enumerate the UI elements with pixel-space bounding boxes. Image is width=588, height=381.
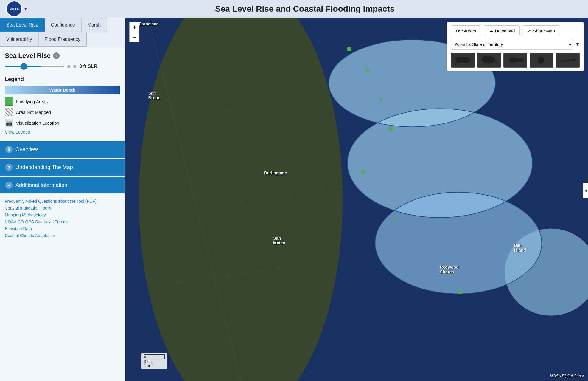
map-controls-row1: 🗺 Streets ☁ Download ↗ Share Map bbox=[451, 25, 580, 36]
streets-icon: 🗺 bbox=[456, 28, 460, 33]
download-button[interactable]: ☁ Download bbox=[484, 25, 520, 36]
noaa-logo: NOAA bbox=[6, 1, 22, 17]
download-icon: ☁ bbox=[489, 28, 493, 33]
svg-rect-23 bbox=[458, 290, 462, 294]
svg-rect-17 bbox=[347, 47, 351, 51]
legend-hatched-icon bbox=[5, 108, 13, 116]
view-levees-link[interactable]: View Levees bbox=[5, 129, 120, 134]
link-coastal-toolkit[interactable]: Coastal Inundation Toolkit bbox=[5, 206, 120, 210]
logo-dropdown-arrow[interactable]: ▼ bbox=[24, 7, 28, 11]
svg-rect-21 bbox=[361, 171, 365, 174]
header: NOAA ▼ Sea Level Rise and Coastal Floodi… bbox=[0, 0, 588, 18]
region-icons-row bbox=[451, 53, 580, 68]
legend-green-icon bbox=[5, 97, 13, 106]
map-controls-panel: 🗺 Streets ☁ Download ↗ Share Map Zoom to… bbox=[447, 22, 584, 71]
svg-point-25 bbox=[561, 60, 564, 62]
slider-dot-2 bbox=[73, 65, 76, 68]
region-continental-us[interactable] bbox=[451, 53, 475, 68]
scale-bar: 0 3 km 1 mi bbox=[141, 353, 167, 369]
zoom-in-button[interactable]: + bbox=[129, 22, 139, 32]
links-section: Frequently Asked Questions about the Too… bbox=[0, 195, 125, 381]
slr-slider[interactable] bbox=[5, 66, 64, 67]
svg-rect-20 bbox=[389, 127, 393, 131]
map-area[interactable]: Francisco SanBruno Burlingame SanMateo R… bbox=[125, 18, 588, 381]
zoom-select-arrow: ▼ bbox=[575, 42, 580, 47]
share-icon: ↗ bbox=[527, 28, 531, 33]
zoom-out-button[interactable]: − bbox=[129, 32, 139, 42]
link-co-ops[interactable]: NOAA CO-OPS Sea Level Trends bbox=[5, 219, 120, 224]
link-coastal-climate[interactable]: Coastal Climate Adaptation bbox=[5, 233, 120, 238]
accordion-additional[interactable]: + Additional Information bbox=[0, 177, 125, 193]
legend-item-visualization: 📷 Visualization Location bbox=[5, 119, 120, 127]
slr-help-icon[interactable]: ? bbox=[53, 52, 60, 59]
svg-rect-19 bbox=[380, 98, 383, 101]
zoom-select-row: Zoom to: State or TerritoryCaliforniaFlo… bbox=[451, 39, 580, 50]
tab-flood-frequency[interactable]: Flood Frequency bbox=[38, 32, 87, 47]
accordion-understanding[interactable]: ? Understanding The Map bbox=[0, 159, 125, 176]
map-attribution: NOAA Digital Coast bbox=[550, 374, 584, 378]
map-svg bbox=[125, 18, 588, 381]
tab-marsh[interactable]: Marsh bbox=[81, 18, 107, 32]
streets-button[interactable]: 🗺 Streets bbox=[451, 25, 481, 36]
scale-km: 3 km bbox=[144, 360, 165, 364]
logo-area: NOAA ▼ bbox=[6, 1, 28, 17]
link-elevation[interactable]: Elevation Data bbox=[5, 226, 120, 231]
link-methodology[interactable]: Mapping Methodology bbox=[5, 213, 120, 217]
legend-water-depth: Water Depth bbox=[5, 86, 120, 94]
understanding-icon: ? bbox=[5, 164, 13, 171]
scale-mi: 1 mi bbox=[144, 364, 165, 368]
link-faq[interactable]: Frequently Asked Questions about the Too… bbox=[5, 199, 120, 204]
slider-dot-1 bbox=[67, 65, 70, 68]
tab-confidence[interactable]: Confidence bbox=[45, 18, 81, 32]
main-layout: Sea Level Rise Confidence Marsh Vulnerab… bbox=[0, 18, 588, 381]
additional-icon: + bbox=[5, 182, 13, 189]
slr-section: Sea Level Rise ? 3 ft SLR bbox=[0, 47, 125, 76]
sidebar: Sea Level Rise Confidence Marsh Vulnerab… bbox=[0, 18, 125, 381]
slider-row: 3 ft SLR bbox=[5, 64, 120, 69]
region-alaska[interactable] bbox=[477, 53, 501, 68]
svg-point-29 bbox=[572, 59, 576, 61]
svg-point-27 bbox=[567, 60, 570, 61]
legend-title: Legend bbox=[5, 76, 120, 83]
svg-point-28 bbox=[570, 59, 572, 61]
accordion-overview[interactable]: ℹ Overview bbox=[0, 141, 125, 158]
page-title: Sea Level Rise and Coastal Flooding Impa… bbox=[28, 4, 582, 14]
overview-icon: ℹ bbox=[5, 146, 13, 153]
slr-value: 3 ft SLR bbox=[79, 64, 97, 69]
tab-vulnerability[interactable]: Vulnerability bbox=[0, 32, 38, 47]
svg-rect-18 bbox=[366, 69, 369, 72]
camera-icon: 📷 bbox=[5, 119, 13, 127]
svg-rect-22 bbox=[393, 218, 396, 221]
share-map-button[interactable]: ↗ Share Map bbox=[522, 25, 560, 36]
legend-section: Legend Water Depth Low-lying Areas Area … bbox=[0, 76, 125, 141]
legend-item-notmapped: Area Not Mapped bbox=[5, 108, 120, 116]
slr-title: Sea Level Rise ? bbox=[5, 52, 120, 60]
zoom-select[interactable]: Zoom to: State or TerritoryCaliforniaFlo… bbox=[451, 39, 573, 50]
tab-sea-level-rise[interactable]: Sea Level Rise bbox=[0, 18, 45, 32]
map-background bbox=[125, 18, 588, 381]
region-puerto-rico[interactable] bbox=[503, 53, 527, 68]
region-guam[interactable] bbox=[530, 53, 553, 68]
region-hawaii[interactable] bbox=[556, 53, 580, 68]
svg-point-26 bbox=[564, 60, 567, 61]
tab-bar: Sea Level Rise Confidence Marsh Vulnerab… bbox=[0, 18, 125, 47]
legend-item-lowlying: Low-lying Areas bbox=[5, 97, 120, 106]
zoom-buttons: + − bbox=[129, 22, 139, 42]
